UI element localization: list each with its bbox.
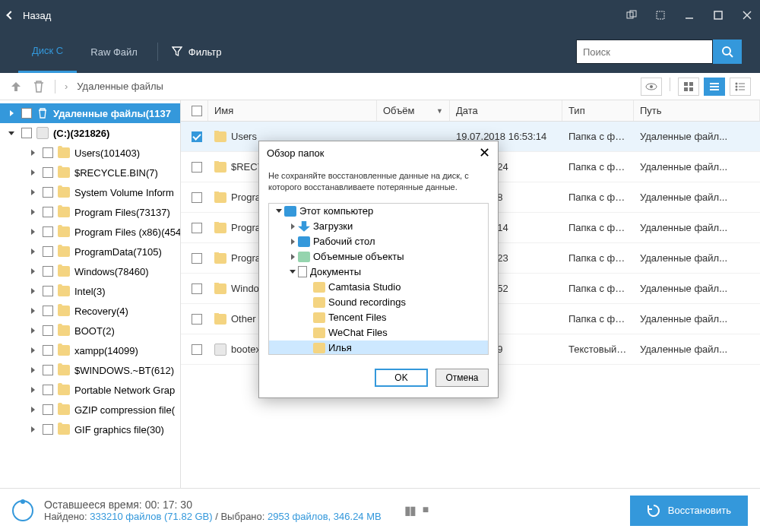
checkbox[interactable] (43, 306, 53, 316)
checkbox[interactable] (43, 404, 53, 415)
tree-3d-objects[interactable]: Объемные объекты (269, 249, 488, 264)
sidebar-item[interactable]: GIF graphics file(30) (0, 420, 180, 439)
dialog-close-icon[interactable]: ✕ (479, 146, 490, 160)
col-name[interactable]: Имя (208, 100, 377, 121)
sidebar-item[interactable]: Portable Network Grap (0, 380, 180, 400)
dialog-tree[interactable]: Этот компьютер Загрузки Рабочий стол Объ… (268, 203, 489, 355)
view-details[interactable] (730, 78, 751, 96)
col-path[interactable]: Путь (634, 100, 760, 121)
checkbox[interactable] (43, 266, 53, 277)
sidebar-item[interactable]: Intel(3) (0, 281, 180, 301)
up-icon[interactable] (9, 80, 23, 93)
filter-button[interactable]: Фильтр (172, 46, 222, 58)
checkbox[interactable] (43, 147, 53, 158)
crumb-arrow: › (65, 81, 68, 92)
checkbox[interactable] (43, 345, 53, 356)
tree-folder[interactable]: Camtasia Studio (269, 280, 488, 295)
file-icon (214, 344, 226, 356)
checkbox[interactable] (43, 365, 53, 375)
folder-icon (313, 343, 325, 353)
sidebar-drive[interactable]: (C:)(321826) (0, 123, 180, 143)
row-checkbox[interactable] (192, 314, 202, 325)
svg-rect-13 (684, 87, 688, 91)
restore-button[interactable]: Восстановить (630, 496, 748, 526)
checkbox[interactable] (43, 385, 53, 395)
folder-icon (214, 192, 226, 203)
tree-this-pc[interactable]: Этот компьютер (269, 204, 488, 219)
checkbox[interactable] (43, 424, 53, 435)
svg-rect-4 (714, 11, 722, 19)
checkbox[interactable] (43, 325, 53, 336)
checkbox[interactable] (21, 128, 32, 138)
header-checkbox[interactable] (192, 106, 202, 116)
row-checkbox[interactable] (192, 192, 202, 203)
tree-folder[interactable]: WeChat Files (269, 325, 488, 340)
pause-icon[interactable]: ▮▮ (404, 503, 415, 518)
sidebar-item[interactable]: $WINDOWS.~BT(612) (0, 360, 180, 380)
view-eye[interactable] (641, 78, 662, 96)
sidebar-item[interactable]: Users(101403) (0, 143, 180, 163)
sidebar-item[interactable]: Windows(78460) (0, 261, 180, 281)
folder-icon (313, 282, 325, 293)
maximize-icon[interactable] (713, 10, 724, 21)
tree-folder-selected[interactable]: Илья (269, 340, 488, 355)
back-button[interactable]: Назад (8, 10, 51, 21)
checkbox[interactable] (43, 286, 53, 296)
cancel-button[interactable]: Отмена (435, 369, 489, 387)
folder-icon (58, 266, 70, 277)
col-type[interactable]: Тип (562, 100, 634, 121)
window-icon-1[interactable] (626, 10, 637, 21)
sidebar-item[interactable]: BOOT(2) (0, 321, 180, 340)
browse-folder-dialog: Обзор папок ✕ Не сохраняйте восстановлен… (258, 141, 499, 398)
tree-documents[interactable]: Документы (269, 264, 488, 280)
ok-button[interactable]: OK (375, 369, 428, 387)
svg-line-8 (730, 54, 733, 57)
stop-icon[interactable]: ■ (423, 503, 429, 518)
row-checkbox[interactable] (192, 253, 202, 264)
checkbox[interactable] (21, 108, 32, 119)
checkbox[interactable] (43, 207, 53, 217)
sidebar-item[interactable]: xampp(14099) (0, 340, 180, 360)
search-input[interactable] (576, 40, 713, 64)
sidebar-root[interactable]: Удаленные файлы(1137 (0, 103, 180, 123)
checkbox[interactable] (43, 246, 53, 257)
checkbox[interactable] (43, 226, 53, 237)
folder-icon (58, 226, 70, 237)
sidebar-item[interactable]: System Volume Inform (0, 182, 180, 202)
col-date[interactable]: Дата (450, 100, 562, 121)
tree-folder[interactable]: Sound recordings (269, 295, 488, 310)
view-grid[interactable] (678, 78, 699, 96)
sidebar-item[interactable]: Recovery(4) (0, 301, 180, 321)
folder-icon (58, 325, 70, 336)
cube-icon (298, 252, 310, 262)
trash-icon[interactable] (32, 80, 46, 93)
sidebar-item[interactable]: $RECYCLE.BIN(7) (0, 163, 180, 182)
minimize-icon[interactable] (684, 10, 695, 21)
sidebar-item[interactable]: GZIP compression file( (0, 400, 180, 420)
window-icon-2[interactable] (655, 10, 666, 21)
search-button[interactable] (713, 40, 742, 64)
row-checkbox[interactable] (192, 283, 202, 294)
row-checkbox[interactable] (192, 344, 202, 355)
row-checkbox[interactable] (192, 131, 202, 142)
sidebar-item[interactable]: Program Files (x86)(454 (0, 222, 180, 242)
tree-folder[interactable]: Tencent Files (269, 310, 488, 325)
close-icon[interactable] (742, 10, 752, 21)
folder-icon (58, 424, 70, 435)
view-list[interactable] (704, 78, 725, 96)
tab-disk-c[interactable]: Диск С (18, 30, 77, 73)
tree-downloads[interactable]: Загрузки (269, 219, 488, 234)
sidebar-item[interactable]: ProgramData(7105) (0, 242, 180, 261)
tree-desktop[interactable]: Рабочий стол (269, 234, 488, 249)
tab-raw-file[interactable]: Raw Файл (77, 30, 151, 73)
sidebar-item[interactable]: Program Files(73137) (0, 202, 180, 222)
pause-controls: ▮▮ ■ (404, 503, 429, 518)
checkbox[interactable] (43, 187, 53, 198)
folder-icon (214, 131, 226, 142)
row-checkbox[interactable] (192, 223, 202, 233)
row-checkbox[interactable] (192, 162, 202, 173)
checkbox[interactable] (43, 167, 53, 178)
col-size[interactable]: Объём▼ (377, 100, 450, 121)
folder-icon (58, 404, 70, 415)
folder-icon (214, 283, 226, 294)
